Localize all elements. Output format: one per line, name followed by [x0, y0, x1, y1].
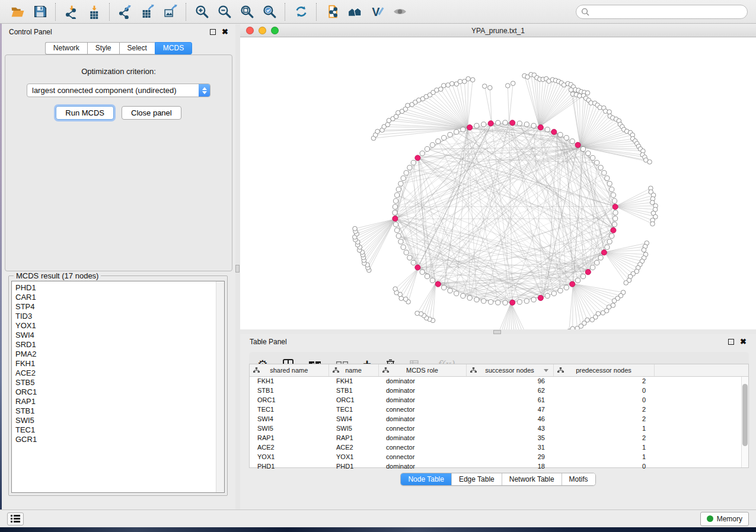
tab-network[interactable]: Network [45, 42, 87, 55]
mcds-result-item[interactable]: SRD1 [15, 340, 224, 350]
zoom-out-icon[interactable] [213, 2, 235, 22]
import-network-icon[interactable] [60, 2, 82, 22]
export-network-icon[interactable] [114, 2, 136, 22]
cell-MCDS-role[interactable]: dominator [378, 376, 466, 386]
cell-name[interactable]: SWI5 [328, 424, 378, 433]
cell-predecessor-nodes[interactable]: 2 [553, 405, 654, 414]
cell-name[interactable]: SWI4 [328, 414, 378, 424]
cell-shared-name[interactable]: ORC1 [250, 395, 328, 405]
horizontal-splitter[interactable] [240, 329, 756, 334]
memory-button[interactable]: Memory [700, 512, 749, 526]
search-input[interactable] [576, 5, 748, 19]
export-image-icon[interactable] [159, 2, 181, 22]
cell-name[interactable]: FKH1 [328, 376, 378, 386]
table-row[interactable]: SWI4SWI4dominator462 [250, 414, 748, 424]
cell-shared-name[interactable]: TEC1 [250, 405, 328, 414]
table-row[interactable]: SWI5SWI5connector431 [250, 424, 748, 433]
eye-icon[interactable] [388, 2, 411, 22]
mcds-result-item[interactable]: RAP1 [15, 397, 224, 406]
cell-successor-nodes[interactable]: 62 [466, 386, 553, 395]
cell-name[interactable]: YOX1 [328, 452, 378, 462]
cell-predecessor-nodes[interactable]: 2 [553, 414, 654, 424]
cell-name[interactable]: ACE2 [328, 443, 378, 452]
cell-shared-name[interactable]: STB1 [250, 386, 328, 395]
cell-MCDS-role[interactable]: connector [378, 424, 466, 433]
close-window-icon[interactable] [246, 27, 254, 34]
vertical-splitter[interactable] [235, 24, 240, 509]
cell-successor-nodes[interactable]: 47 [466, 405, 553, 414]
column-header-shared-name[interactable]: shared name [250, 364, 328, 376]
tab-style[interactable]: Style [87, 42, 119, 55]
import-table-icon[interactable] [82, 2, 105, 22]
task-history-button[interactable] [7, 512, 24, 525]
column-header-successor-nodes[interactable]: successor nodes [466, 364, 553, 376]
column-header-MCDS-role[interactable]: MCDS role [378, 364, 466, 376]
table-row[interactable]: PHD1PHD1dominator180 [250, 462, 748, 471]
cell-shared-name[interactable]: YOX1 [250, 452, 328, 462]
cell-name[interactable]: TEC1 [328, 405, 378, 414]
save-icon[interactable] [28, 2, 51, 22]
zoom-in-icon[interactable] [190, 2, 213, 22]
cell-shared-name[interactable]: PHD1 [250, 462, 328, 471]
table-row[interactable]: TEC1TEC1connector472 [250, 405, 748, 414]
horizontal-splitter-handle[interactable] [493, 330, 501, 334]
cell-predecessor-nodes[interactable]: 1 [553, 452, 654, 462]
mcds-result-scrollbar[interactable] [216, 281, 224, 492]
cell-successor-nodes[interactable]: 35 [466, 433, 553, 443]
mcds-result-item[interactable]: CAR1 [15, 293, 224, 302]
cell-predecessor-nodes[interactable]: 2 [553, 433, 654, 443]
cell-MCDS-role[interactable]: dominator [378, 395, 466, 405]
run-mcds-button[interactable]: Run MCDS [56, 106, 114, 120]
table-scrollbar-thumb[interactable] [742, 384, 748, 446]
cell-MCDS-role[interactable]: dominator [378, 462, 466, 471]
mcds-result-item[interactable]: STP4 [15, 302, 224, 312]
zoom-fit-icon[interactable] [235, 2, 258, 22]
table-row[interactable]: ORC1ORC1dominator610 [250, 395, 748, 405]
mcds-result-item[interactable]: PMA2 [15, 350, 224, 359]
cell-shared-name[interactable]: RAP1 [250, 433, 328, 443]
table-row[interactable]: ACE2ACE2connector311 [250, 443, 748, 452]
cell-predecessor-nodes[interactable]: 1 [553, 424, 654, 433]
table-row[interactable]: STB1STB1dominator620 [250, 386, 748, 395]
cell-shared-name[interactable]: FKH1 [250, 376, 328, 386]
tab-edge-table[interactable]: Edge Table [452, 473, 502, 485]
mcds-result-item[interactable]: GCR1 [15, 435, 224, 444]
refresh-icon[interactable] [289, 2, 312, 22]
zoom-selected-icon[interactable] [258, 2, 280, 22]
table-row[interactable]: YOX1YOX1connector291 [250, 452, 748, 462]
cell-successor-nodes[interactable]: 43 [466, 424, 553, 433]
table-row[interactable]: RAP1RAP1dominator352 [250, 433, 748, 443]
cell-name[interactable]: ORC1 [328, 395, 378, 405]
cell-predecessor-nodes[interactable]: 1 [553, 443, 654, 452]
optimization-criterion-select[interactable]: largest connected component (undirected) [27, 84, 210, 97]
cell-predecessor-nodes[interactable]: 0 [553, 462, 654, 471]
network-canvas[interactable] [240, 37, 756, 331]
mcds-result-item[interactable]: TID3 [15, 312, 224, 321]
cell-predecessor-nodes[interactable]: 2 [553, 376, 654, 386]
mcds-result-item[interactable]: ACE2 [15, 368, 224, 378]
tab-motifs[interactable]: Motifs [562, 473, 595, 485]
mcds-result-item[interactable]: ORC1 [15, 387, 224, 397]
cell-shared-name[interactable]: SWI5 [250, 424, 328, 433]
vizmapper-icon[interactable]: V [366, 2, 388, 22]
tab-select[interactable]: Select [119, 42, 155, 55]
close-panel-button[interactable]: Close panel [122, 106, 181, 120]
cell-MCDS-role[interactable]: connector [378, 405, 466, 414]
cell-successor-nodes[interactable]: 31 [466, 443, 553, 452]
cell-name[interactable]: STB1 [328, 386, 378, 395]
minimize-window-icon[interactable] [259, 27, 266, 34]
cell-shared-name[interactable]: SWI4 [250, 414, 328, 424]
cell-MCDS-role[interactable]: dominator [378, 414, 466, 424]
cell-predecessor-nodes[interactable]: 0 [553, 386, 654, 395]
export-table-icon[interactable] [136, 2, 159, 22]
tab-network-table[interactable]: Network Table [502, 473, 562, 485]
cell-MCDS-role[interactable]: connector [378, 443, 466, 452]
cell-successor-nodes[interactable]: 61 [466, 395, 553, 405]
cell-MCDS-role[interactable]: dominator [378, 386, 466, 395]
float-table-panel-icon[interactable] [728, 339, 734, 345]
tab-node-table[interactable]: Node Table [401, 473, 452, 485]
mcds-result-item[interactable]: YOX1 [15, 321, 224, 331]
table-row[interactable]: FKH1FKH1dominator962 [250, 376, 748, 386]
table-scrollbar[interactable] [741, 377, 748, 467]
cell-shared-name[interactable]: ACE2 [250, 443, 328, 452]
